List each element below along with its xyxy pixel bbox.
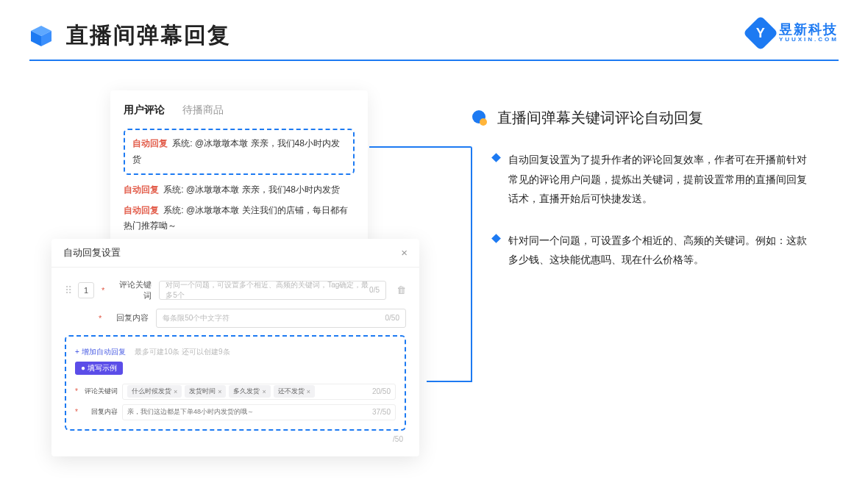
required-star: *	[102, 286, 104, 295]
add-auto-reply-link[interactable]: + 增加自动回复	[75, 348, 126, 356]
reply-input[interactable]: 每条限50个中文字符 0/50	[156, 309, 406, 328]
section-header: 直播间弹幕关键词评论自动回复	[471, 108, 839, 128]
bullet-text: 针对同一个问题，可设置多个相近的、高频的关键词。例如：这款多少钱、这块能优惠吗、…	[508, 231, 817, 270]
connector-line	[427, 381, 472, 382]
auto-reply-badge: 自动回复	[132, 138, 168, 148]
bullet-item: 自动回复设置为了提升作者的评论回复效率，作者可在开播前针对常见的评论用户问题，提…	[471, 150, 839, 209]
chat-bubble-icon	[471, 110, 488, 127]
required-star: *	[75, 387, 78, 395]
tab-user-comments[interactable]: 用户评论	[124, 104, 165, 117]
modal-title: 自动回复设置	[63, 246, 121, 259]
comment-row: 自动回复 系统: @冰墩墩本墩 亲亲，我们48小时内发货	[124, 182, 355, 198]
keyword-chip: 发货时间×	[185, 385, 226, 398]
page-header: 直播间弹幕回复 Y 昱新科技 YUUXIN.COM	[0, 0, 868, 51]
example-badge: ● 填写示例	[75, 362, 123, 375]
add-hint: 最多可建10条 还可以创建9条	[135, 348, 230, 356]
bottom-counter: /50	[65, 435, 406, 443]
delete-icon[interactable]: 🗑	[396, 284, 406, 295]
comments-card: 用户评论 待播商品 自动回复 系统: @冰墩墩本墩 亲亲，我们48小时内发货 自…	[110, 90, 368, 248]
comment-row: 自动回复 系统: @冰墩墩本墩 关注我们的店铺，每日都有热门推荐呦～	[124, 203, 355, 234]
highlighted-comment: 自动回复 系统: @冰墩墩本墩 亲亲，我们48小时内发货	[124, 129, 355, 175]
keyword-label: 评论关键词	[112, 279, 152, 301]
svg-point-4	[480, 118, 487, 126]
keyword-input[interactable]: 对同一个问题，可设置多个相近、高频的关键词，Tag确定，最多5个 0/5	[159, 281, 386, 300]
comment-text: 系统: @冰墩墩本墩 亲亲，我们48小时内发货	[163, 184, 340, 195]
logo-text-cn: 昱新科技	[779, 23, 839, 37]
diamond-bullet-icon	[491, 153, 501, 162]
cube-icon	[29, 24, 53, 48]
required-star: *	[75, 408, 78, 416]
example-keyword-input[interactable]: 什么时候发货× 发货时间× 多久发货× 还不发货× 20/50	[122, 384, 396, 400]
tab-pending-goods[interactable]: 待播商品	[182, 104, 224, 117]
close-icon[interactable]: ×	[401, 246, 408, 259]
auto-reply-badge: 自动回复	[124, 205, 159, 215]
section-title: 直播间弹幕关键词评论自动回复	[497, 108, 703, 128]
auto-reply-badge: 自动回复	[124, 184, 159, 195]
required-star: *	[99, 314, 102, 323]
auto-reply-settings-modal: 自动回复设置 × ⠿ 1 * 评论关键词 对同一个问题，可设置多个相近、高频的关…	[51, 239, 419, 456]
bullet-text: 自动回复设置为了提升作者的评论回复效率，作者可在开播前针对常见的评论用户问题，提…	[508, 150, 817, 209]
bullet-item: 针对同一个问题，可设置多个相近的、高频的关键词。例如：这款多少钱、这块能优惠吗、…	[471, 231, 839, 270]
row-index: 1	[78, 282, 94, 298]
page-title: 直播间弹幕回复	[66, 21, 231, 51]
drag-handle-icon[interactable]: ⠿	[65, 284, 71, 296]
logo-text-en: YUUXIN.COM	[779, 37, 839, 43]
keyword-chip: 还不发货×	[274, 385, 315, 398]
brand-logo: Y 昱新科技 YUUXIN.COM	[748, 21, 839, 46]
reply-label: 回复内容	[82, 407, 118, 417]
diamond-bullet-icon	[491, 234, 501, 243]
keyword-chip: 什么时候发货×	[127, 385, 182, 398]
keyword-chip: 多久发货×	[229, 385, 270, 398]
reply-label: 回复内容	[109, 312, 149, 323]
example-group: + 增加自动回复 最多可建10条 还可以创建9条 ● 填写示例 * 评论关键词 …	[65, 335, 406, 431]
keyword-label: 评论关键词	[82, 387, 118, 396]
logo-badge-icon: Y	[743, 15, 778, 51]
example-reply-input[interactable]: 亲，我们这边都是下单48小时内发货的哦～ 37/50	[122, 404, 396, 420]
